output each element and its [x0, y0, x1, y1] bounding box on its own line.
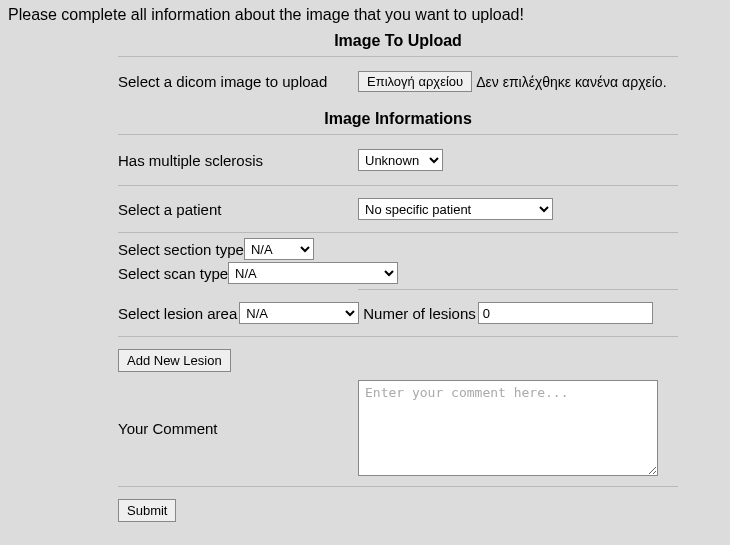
lesion-count-label: Numer of lesions [363, 305, 476, 322]
comment-row: Your Comment [118, 372, 678, 484]
scan-type-select[interactable]: N/A [228, 262, 398, 284]
divider [118, 486, 678, 487]
heading-info: Image Informations [118, 110, 678, 128]
file-status-text: Δεν επιλέχθηκε κανένα αρχείο. [476, 74, 666, 90]
file-upload-row: Select a dicom image to upload Επιλογή α… [118, 59, 678, 104]
lesion-row: Select lesion area N/A Numer of lesions [118, 292, 678, 334]
patient-select[interactable]: No specific patient [358, 198, 553, 220]
file-upload-label: Select a dicom image to upload [118, 73, 358, 90]
comment-textarea[interactable] [358, 380, 658, 476]
add-lesion-button[interactable]: Add New Lesion [118, 349, 231, 372]
sclerosis-row: Has multiple sclerosis Unknown [118, 137, 678, 183]
comment-label: Your Comment [118, 420, 358, 437]
patient-row: Select a patient No specific patient [118, 188, 678, 230]
scan-type-row: Select scan type N/A [118, 261, 678, 285]
section-type-label: Select section type [118, 241, 244, 258]
sclerosis-label: Has multiple sclerosis [118, 152, 358, 169]
section-type-select[interactable]: N/A [244, 238, 314, 260]
lesion-area-select[interactable]: N/A [239, 302, 359, 324]
patient-label: Select a patient [118, 201, 358, 218]
divider [118, 232, 678, 233]
section-scan-group: Select section type N/A Select scan type… [118, 237, 678, 285]
lesion-count-input[interactable] [478, 302, 653, 324]
lesion-area-label: Select lesion area [118, 305, 237, 322]
divider [118, 336, 678, 337]
heading-upload: Image To Upload [118, 32, 678, 50]
instruction-text: Please complete all information about th… [8, 6, 722, 24]
file-choose-button[interactable]: Επιλογή αρχείου [358, 71, 472, 92]
divider [118, 134, 678, 135]
upload-form: Image To Upload Select a dicom image to … [118, 32, 678, 522]
divider [118, 56, 678, 57]
sclerosis-select[interactable]: Unknown [358, 149, 443, 171]
divider [358, 289, 678, 290]
scan-type-label: Select scan type [118, 265, 228, 282]
divider [118, 185, 678, 186]
submit-button[interactable]: Submit [118, 499, 176, 522]
section-type-row: Select section type N/A [118, 237, 678, 261]
